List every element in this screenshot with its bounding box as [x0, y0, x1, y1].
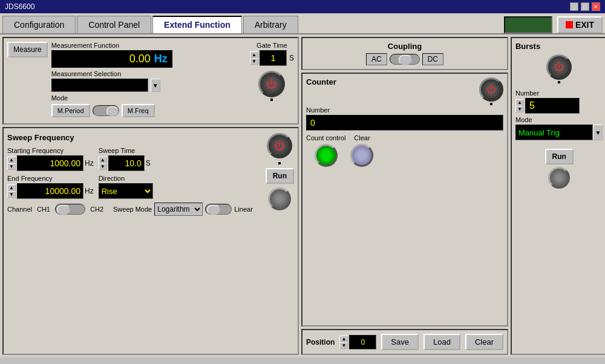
tab-arbitrary[interactable]: Arbitrary [243, 16, 298, 33]
direction-input-row: Rise Fall Rise&Fall [99, 183, 153, 199]
mode-toggle[interactable] [93, 105, 119, 116]
window-controls: _ □ ✕ [570, 2, 600, 11]
bursts-number-label: Number [515, 89, 603, 97]
measurement-selection-input[interactable] [51, 79, 148, 92]
gate-time-unit: S [289, 54, 294, 62]
sweep-time-input-row: ▲ ▼ 10.0 S [99, 155, 151, 171]
sweep-time-spinner: ▲ ▼ [99, 157, 107, 170]
st-up-btn[interactable]: ▲ [99, 157, 107, 163]
gate-up-btn[interactable]: ▲ [250, 51, 258, 58]
linear-label: Linear [234, 206, 253, 213]
sweep-knob[interactable] [268, 187, 291, 210]
counter-clear-label: Clear [354, 134, 370, 141]
sweep-time-input[interactable]: 10.0 [108, 155, 145, 171]
gate-time-input-row: ▲ ▼ 1 S [250, 50, 294, 66]
starting-freq-field: Starting Frequency ▲ ▼ 1000.00 Hz [7, 147, 94, 171]
sweep-time-unit: S [146, 159, 151, 167]
sweep-mode-toggle[interactable] [205, 204, 232, 215]
center-panel: Coupling AC DC Counter ⏻ [301, 37, 508, 355]
end-freq-row: End Frequency ▲ ▼ 10000.00 Hz [7, 175, 261, 199]
bursts-mode-arrow[interactable]: ▼ [593, 125, 603, 140]
exit-red-icon [566, 21, 573, 28]
direction-field: Direction Rise Fall Rise&Fall [99, 175, 153, 199]
maximize-btn[interactable]: □ [581, 2, 589, 11]
gate-down-btn[interactable]: ▼ [250, 58, 258, 65]
sweep-mode-select[interactable]: Logarithm Linear [154, 203, 203, 216]
selection-arrow[interactable]: ▼ [151, 79, 160, 92]
channel-row: Channel CH1 CH2 Sweep Mode Logarithm Lin… [7, 203, 261, 216]
mfreq-button[interactable]: M.Freq [122, 104, 155, 117]
measurement-selection-row: ▼ [51, 79, 172, 92]
sweep-run-button[interactable]: Run [266, 168, 294, 184]
power-icon: ⏻ [266, 78, 277, 91]
nav-tabs: Configuration Control Panel Extend Funct… [0, 13, 605, 34]
tab-control-panel[interactable]: Control Panel [77, 16, 151, 33]
tab-extend-function[interactable]: Extend Function [152, 16, 242, 33]
mode-label: Mode [51, 94, 68, 102]
coupling-ac[interactable]: AC [366, 53, 387, 65]
ef-up-btn[interactable]: ▲ [7, 184, 16, 191]
tab-configuration[interactable]: Configuration [2, 16, 76, 33]
end-freq-label: End Frequency [7, 175, 94, 182]
count-control-col: Count control [306, 134, 345, 167]
count-control-btn[interactable] [315, 144, 338, 167]
sweep-mode-knob [207, 205, 220, 215]
left-panel: Measure Measurement Function 0.00 Hz Mea… [2, 37, 299, 355]
sweep-power-btn[interactable]: ⏻ [267, 133, 292, 158]
minimize-btn[interactable]: _ [570, 2, 578, 11]
direction-select[interactable]: Rise Fall Rise&Fall [99, 183, 153, 199]
sweep-time-field: Sweep Time ▲ ▼ 10.0 S [99, 147, 151, 171]
position-clear-button[interactable]: Clear [465, 334, 503, 350]
bn-up-btn[interactable]: ▲ [515, 99, 524, 106]
measure-button[interactable]: Measure [7, 42, 48, 57]
mperiod-button[interactable]: M.Period [51, 104, 90, 117]
position-spinner: ▲ ▼ [339, 336, 348, 349]
count-ctrl-row: Count control Clear [306, 134, 503, 167]
measurement-selection-label: Measurement Selection [51, 70, 172, 77]
measure-power-btn[interactable]: ⏻ [258, 71, 285, 97]
status-light [504, 16, 552, 33]
counter-clear-col: Clear [350, 134, 373, 167]
starting-freq-input[interactable]: 1000.00 [17, 155, 83, 171]
ef-down-btn[interactable]: ▼ [7, 191, 16, 198]
bn-down-btn[interactable]: ▼ [515, 106, 524, 112]
sf-down-btn[interactable]: ▼ [7, 163, 16, 170]
sweep-time-label: Sweep Time [99, 147, 151, 154]
bursts-power-btn[interactable]: ⏻ [546, 54, 572, 80]
sf-up-btn[interactable]: ▲ [7, 157, 16, 163]
bursts-number-display: 5 [525, 98, 580, 114]
direction-label: Direction [99, 175, 153, 182]
counter-power-btn[interactable]: ⏻ [479, 77, 503, 102]
st-down-btn[interactable]: ▼ [99, 163, 107, 170]
freq-unit: Hz [154, 53, 168, 65]
ch1-toggle[interactable] [55, 204, 85, 215]
coupling-slider[interactable] [390, 54, 420, 65]
starting-freq-row: Starting Frequency ▲ ▼ 1000.00 Hz [7, 147, 261, 171]
starting-freq-label: Starting Frequency [7, 147, 94, 154]
sweep-left: Sweep Frequency Starting Frequency ▲ ▼ 1… [7, 133, 261, 216]
sweep-section: Sweep Frequency Starting Frequency ▲ ▼ 1… [2, 127, 299, 355]
counter-clear-btn[interactable] [350, 144, 373, 167]
sweep-controls: ⏻ Run [261, 133, 294, 210]
end-freq-unit: Hz [85, 187, 94, 195]
save-button[interactable]: Save [381, 334, 419, 350]
pos-up-btn[interactable]: ▲ [339, 336, 348, 342]
coupling-dc[interactable]: DC [422, 53, 443, 65]
sweep-power-icon: ⏻ [274, 140, 285, 152]
gate-time-input[interactable]: 1 [260, 50, 287, 66]
mode-row: Mode [51, 94, 172, 102]
counter-number-display: 0 [306, 115, 503, 131]
end-freq-input[interactable]: 10000.00 [17, 183, 83, 199]
exit-area: EXIT [504, 16, 603, 33]
load-button[interactable]: Load [424, 334, 460, 350]
bursts-run-button[interactable]: Run [545, 149, 574, 164]
counter-power-icon: ⏻ [486, 84, 496, 95]
measurement-function-label: Measurement Function [51, 42, 172, 49]
counter-label: Counter [306, 77, 336, 86]
position-input[interactable]: 0 [349, 335, 376, 349]
close-btn[interactable]: ✕ [592, 2, 600, 11]
bursts-knob[interactable] [548, 167, 570, 189]
pos-down-btn[interactable]: ▼ [339, 342, 348, 349]
exit-button[interactable]: EXIT [557, 16, 603, 33]
gate-time-section: Gate Time ▲ ▼ 1 S ⏻ [250, 42, 294, 102]
